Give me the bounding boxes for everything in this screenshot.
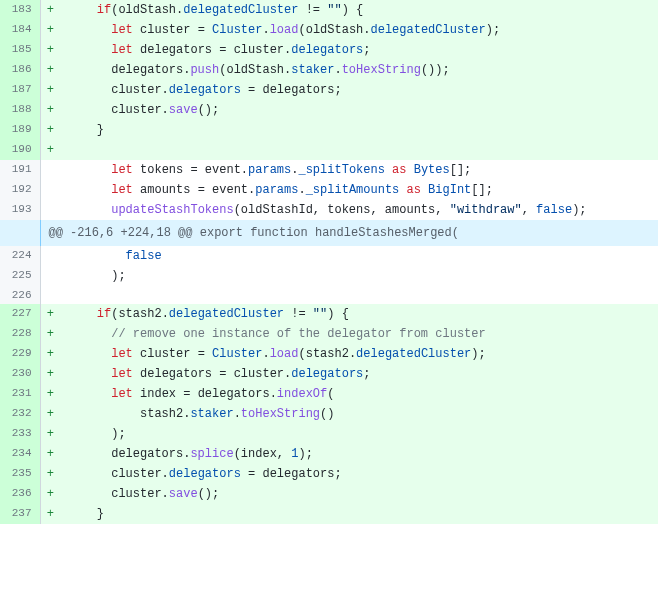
diff-line-added: 235+ cluster.delegators = delegators; xyxy=(0,464,658,484)
diff-line-context: 191 let tokens = event.params._splitToke… xyxy=(0,160,658,180)
diff-line-added: 188+ cluster.save(); xyxy=(0,100,658,120)
line-number[interactable]: 192 xyxy=(0,180,40,200)
diff-marker xyxy=(40,286,60,304)
line-number[interactable]: 190 xyxy=(0,140,40,160)
diff-marker: + xyxy=(40,424,60,444)
diff-marker: + xyxy=(40,20,60,40)
line-number[interactable]: 185 xyxy=(0,40,40,60)
diff-line-added: 231+ let index = delegators.indexOf( xyxy=(0,384,658,404)
code-content[interactable]: let cluster = Cluster.load(stash2.delega… xyxy=(60,344,658,364)
line-number[interactable]: 229 xyxy=(0,344,40,364)
line-number[interactable]: 234 xyxy=(0,444,40,464)
code-content[interactable]: updateStashTokens(oldStashId, tokens, am… xyxy=(60,200,658,220)
diff-line-context: 192 let amounts = event.params._splitAmo… xyxy=(0,180,658,200)
diff-line-added: 237+ } xyxy=(0,504,658,524)
diff-marker xyxy=(40,160,60,180)
line-number[interactable]: 187 xyxy=(0,80,40,100)
hunk-text: @@ -216,6 +224,18 @@ export function han… xyxy=(40,220,658,246)
diff-marker: + xyxy=(40,40,60,60)
code-content[interactable]: let delegators = cluster.delegators; xyxy=(60,364,658,384)
code-content[interactable]: ); xyxy=(60,266,658,286)
code-content[interactable]: // remove one instance of the delegator … xyxy=(60,324,658,344)
line-number[interactable]: 232 xyxy=(0,404,40,424)
diff-marker xyxy=(40,200,60,220)
diff-line-added: 228+ // remove one instance of the deleg… xyxy=(0,324,658,344)
code-content[interactable]: let tokens = event.params._splitTokens a… xyxy=(60,160,658,180)
line-number[interactable]: 236 xyxy=(0,484,40,504)
diff-line-added: 233+ ); xyxy=(0,424,658,444)
diff-marker: + xyxy=(40,0,60,20)
code-content[interactable]: false xyxy=(60,246,658,266)
code-content[interactable]: } xyxy=(60,504,658,524)
code-content[interactable]: let amounts = event.params._splitAmounts… xyxy=(60,180,658,200)
line-number[interactable]: 186 xyxy=(0,60,40,80)
diff-line-added: 190+ xyxy=(0,140,658,160)
line-number[interactable]: 228 xyxy=(0,324,40,344)
diff-marker: + xyxy=(40,504,60,524)
line-number[interactable]: 230 xyxy=(0,364,40,384)
diff-line-added: 230+ let delegators = cluster.delegators… xyxy=(0,364,658,384)
line-number[interactable]: 183 xyxy=(0,0,40,20)
diff-marker: + xyxy=(40,484,60,504)
diff-marker: + xyxy=(40,464,60,484)
diff-marker: + xyxy=(40,140,60,160)
diff-line-added: 186+ delegators.push(oldStash.staker.toH… xyxy=(0,60,658,80)
code-content[interactable]: cluster.delegators = delegators; xyxy=(60,464,658,484)
line-number[interactable]: 231 xyxy=(0,384,40,404)
code-content[interactable] xyxy=(60,140,658,160)
diff-marker: + xyxy=(40,384,60,404)
diff-marker: + xyxy=(40,324,60,344)
diff-marker: + xyxy=(40,364,60,384)
code-content[interactable]: cluster.save(); xyxy=(60,484,658,504)
diff-line-added: 234+ delegators.splice(index, 1); xyxy=(0,444,658,464)
code-content[interactable]: cluster.save(); xyxy=(60,100,658,120)
code-content[interactable]: let delegators = cluster.delegators; xyxy=(60,40,658,60)
code-content[interactable]: let index = delegators.indexOf( xyxy=(60,384,658,404)
diff-marker xyxy=(40,246,60,266)
diff-marker xyxy=(40,266,60,286)
code-content[interactable]: if(oldStash.delegatedCluster != "") { xyxy=(60,0,658,20)
diff-line-added: 185+ let delegators = cluster.delegators… xyxy=(0,40,658,60)
line-number[interactable]: 226 xyxy=(0,286,40,304)
diff-line-context: 193 updateStashTokens(oldStashId, tokens… xyxy=(0,200,658,220)
line-number[interactable]: 235 xyxy=(0,464,40,484)
diff-marker: + xyxy=(40,444,60,464)
code-content[interactable]: stash2.staker.toHexString() xyxy=(60,404,658,424)
line-number[interactable]: 224 xyxy=(0,246,40,266)
line-number[interactable]: 225 xyxy=(0,266,40,286)
code-content[interactable]: cluster.delegators = delegators; xyxy=(60,80,658,100)
line-number[interactable]: 193 xyxy=(0,200,40,220)
diff-marker: + xyxy=(40,304,60,324)
diff-line-added: 189+ } xyxy=(0,120,658,140)
diff-line-added: 236+ cluster.save(); xyxy=(0,484,658,504)
expand-icon[interactable] xyxy=(0,220,40,246)
line-number[interactable]: 233 xyxy=(0,424,40,444)
diff-line-added: 183+ if(oldStash.delegatedCluster != "")… xyxy=(0,0,658,20)
code-content[interactable]: delegators.splice(index, 1); xyxy=(60,444,658,464)
diff-marker xyxy=(40,180,60,200)
diff-line-added: 232+ stash2.staker.toHexString() xyxy=(0,404,658,424)
diff-marker: + xyxy=(40,120,60,140)
line-number[interactable]: 191 xyxy=(0,160,40,180)
diff-line-added: 227+ if(stash2.delegatedCluster != "") { xyxy=(0,304,658,324)
diff-marker: + xyxy=(40,60,60,80)
code-content[interactable]: if(stash2.delegatedCluster != "") { xyxy=(60,304,658,324)
code-content[interactable]: let cluster = Cluster.load(oldStash.dele… xyxy=(60,20,658,40)
line-number[interactable]: 237 xyxy=(0,504,40,524)
diff-line-added: 187+ cluster.delegators = delegators; xyxy=(0,80,658,100)
diff-line-context: 225 ); xyxy=(0,266,658,286)
diff-marker: + xyxy=(40,404,60,424)
hunk-header[interactable]: @@ -216,6 +224,18 @@ export function han… xyxy=(0,220,658,246)
line-number[interactable]: 184 xyxy=(0,20,40,40)
code-content[interactable]: } xyxy=(60,120,658,140)
code-content[interactable]: delegators.push(oldStash.staker.toHexStr… xyxy=(60,60,658,80)
line-number[interactable]: 188 xyxy=(0,100,40,120)
line-number[interactable]: 227 xyxy=(0,304,40,324)
diff-marker: + xyxy=(40,100,60,120)
line-number[interactable]: 189 xyxy=(0,120,40,140)
diff-line-context: 226 xyxy=(0,286,658,304)
code-content[interactable] xyxy=(60,286,658,304)
diff-marker: + xyxy=(40,80,60,100)
code-content[interactable]: ); xyxy=(60,424,658,444)
diff-line-context: 224 false xyxy=(0,246,658,266)
